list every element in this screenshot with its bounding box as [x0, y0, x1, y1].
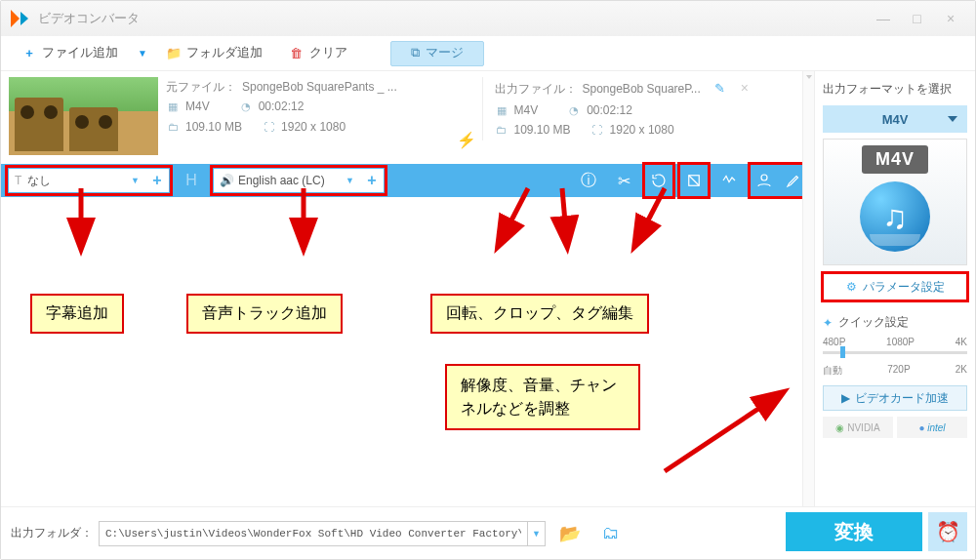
merge-button[interactable]: ⧉ マージ [390, 41, 484, 66]
plus-icon: + [22, 47, 36, 60]
clear-label: クリア [309, 45, 347, 61]
maximize-button[interactable]: □ [903, 11, 932, 26]
convert-button[interactable]: 変換 [786, 512, 922, 551]
gpu-label: ビデオカード加速 [855, 391, 949, 406]
quick-settings: ✦クイック設定 480P 1080P 4K 自動 720P 2K [823, 314, 967, 378]
tag-person-icon[interactable] [750, 164, 779, 197]
src-resolution: 1920 x 1080 [281, 117, 346, 137]
main-toolbar: + ファイル追加 ▼ 📁 フォルダ追加 🗑 クリア ⧉ マージ [1, 36, 975, 71]
format-icon: ▦ [166, 100, 180, 114]
output-folder-label: 出力フォルダ： [11, 525, 93, 541]
rotate-icon[interactable] [644, 164, 673, 197]
sliders-icon: ⚙ [846, 280, 857, 294]
h-icon[interactable]: H [177, 164, 206, 197]
pencil-icon[interactable]: ✎ [714, 78, 725, 100]
out-size: 109.10 MB [514, 120, 571, 140]
lightning-icon: ⚡ [457, 131, 476, 149]
add-subtitle-button[interactable]: + [145, 169, 169, 192]
footer-bar: 出力フォルダ： ▼ 📂 🗂 変換 ⏰ [1, 506, 975, 559]
format-value: M4V [882, 112, 909, 127]
output-folder-dropdown[interactable]: ▼ [528, 521, 546, 546]
folder-plus-icon: 📁 [167, 47, 181, 60]
add-folder-button[interactable]: 📁 フォルダ追加 [153, 40, 276, 67]
effects-icon[interactable] [714, 164, 744, 197]
app-title: ビデオコンバータ [38, 10, 869, 27]
app-window: ビデオコンバータ — □ × + ファイル追加 ▼ 📁 フォルダ追加 🗑 クリア… [0, 0, 976, 560]
file-item: 元ファイル： SpongeBob SquarePants _ ... ▦M4V … [1, 71, 814, 161]
callout-params: 解像度、音量、チャンネルなどを調整 [445, 364, 640, 430]
remove-file-icon[interactable]: × [741, 77, 749, 100]
resolution-icon: ⛶ [590, 123, 604, 137]
param-label: パラメータ設定 [863, 279, 945, 296]
gear-icon: ✦ [823, 316, 833, 330]
video-thumbnail[interactable] [9, 77, 158, 155]
main-area: 元ファイル： SpongeBob SquarePants _ ... ▦M4V … [1, 71, 975, 506]
output-info: 出力ファイル： SpongeBob SquareP... ✎ × ▦M4V ◔0… [495, 77, 799, 140]
src-duration: 00:02:12 [259, 97, 305, 116]
callout-rotate-crop-tag: 回転、クロップ、タグ編集 [430, 294, 649, 334]
intel-badge: ● intel [897, 417, 967, 438]
vendor-row: ◉ NVIDIA ● intel [823, 417, 967, 438]
annotation-overlay [1, 179, 801, 506]
m4v-badge: M4V [862, 145, 928, 174]
convert-label: 変換 [834, 519, 874, 545]
side-panel: 出力フォーマットを選択 M4V M4V ⚙ パラメータ設定 ✦クイック設定 48… [814, 71, 975, 506]
minimize-button[interactable]: — [869, 11, 898, 26]
gpu-icon: ▶ [841, 391, 850, 405]
gpu-accel-button[interactable]: ▶ ビデオカード加速 [823, 385, 967, 411]
src-format: M4V [185, 97, 210, 116]
info-divider [482, 77, 483, 140]
parameter-settings-button[interactable]: ⚙ パラメータ設定 [823, 273, 967, 300]
svg-point-1 [761, 175, 767, 180]
source-label: 元ファイル： [166, 77, 236, 97]
cut-icon[interactable]: ✂ [609, 164, 638, 197]
add-file-button[interactable]: + ファイル追加 [9, 40, 132, 67]
output-folder-input[interactable] [99, 521, 528, 546]
callout-subtitle: 字幕追加 [30, 294, 124, 334]
music-note-icon [860, 181, 930, 252]
titlebar: ビデオコンバータ — □ × [1, 1, 975, 36]
timer-button[interactable]: ⏰ [928, 512, 967, 551]
clock-icon: ◔ [239, 100, 253, 114]
merge-icon: ⧉ [411, 46, 420, 60]
clear-button[interactable]: 🗑 クリア [276, 40, 361, 67]
format-selector[interactable]: M4V [823, 105, 967, 133]
open-folder-icon[interactable]: 📂 [553, 517, 587, 550]
chevron-down-icon: ▼ [131, 176, 140, 185]
close-button[interactable]: × [936, 11, 965, 26]
vertical-scrollbar[interactable] [802, 71, 814, 506]
format-icon: ▦ [495, 103, 508, 117]
output-filename: SpongeBob SquareP... [583, 79, 701, 99]
size-icon: 🗀 [495, 123, 508, 137]
out-resolution: 1920 x 1080 [610, 120, 674, 140]
res-1080: 1080P [886, 337, 915, 347]
quick-label-text: クイック設定 [838, 314, 909, 331]
subtitle-value: なし [27, 173, 127, 189]
res-2k: 2K [956, 364, 967, 378]
audio-track-dropdown[interactable]: 🔊 English aac (LC) ▼ [214, 169, 360, 192]
side-header: 出力フォーマットを選択 [823, 81, 967, 98]
output-settings-icon[interactable]: 🗂 [594, 517, 628, 550]
merge-label: マージ [426, 45, 464, 61]
subtitle-dropdown[interactable]: T なし ▼ [9, 169, 145, 192]
add-folder-label: フォルダ追加 [186, 45, 263, 61]
output-label: 出力ファイル： [495, 79, 577, 99]
format-tile[interactable]: M4V [823, 139, 967, 265]
clock-icon: ◔ [567, 103, 581, 117]
text-icon: T [15, 174, 21, 187]
res-4k: 4K [956, 337, 967, 347]
speaker-icon: 🔊 [220, 174, 234, 187]
slider-thumb[interactable] [840, 346, 845, 358]
crop-icon[interactable] [679, 164, 709, 197]
add-file-dropdown-caret[interactable]: ▼ [132, 48, 153, 59]
trash-icon: 🗑 [290, 47, 304, 60]
add-audio-button[interactable]: + [360, 169, 384, 192]
info-icon[interactable]: ⓘ [574, 164, 603, 197]
resolution-slider[interactable] [823, 351, 967, 354]
svg-line-7 [665, 393, 782, 471]
file-list: 元ファイル： SpongeBob SquarePants _ ... ▦M4V … [1, 71, 814, 506]
source-filename: SpongeBob SquarePants _ ... [242, 77, 397, 97]
resolution-icon: ⛶ [262, 120, 275, 134]
audio-track-value: English aac (LC) [238, 174, 342, 187]
src-size: 109.10 MB [185, 117, 242, 137]
